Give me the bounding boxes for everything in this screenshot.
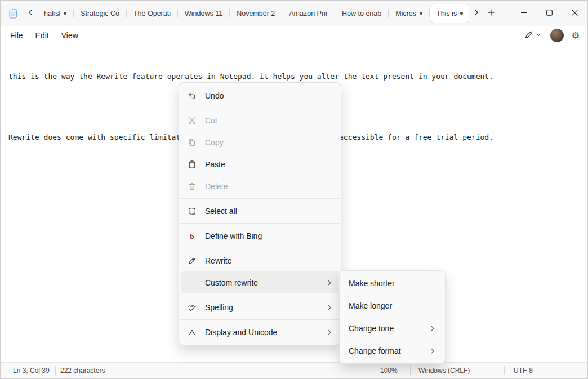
rewrite-ai-button[interactable] bbox=[521, 28, 545, 43]
tab-windows-11[interactable]: Windows 11 bbox=[179, 4, 229, 23]
select-all-icon bbox=[187, 206, 197, 216]
delete-icon bbox=[187, 181, 197, 191]
submenu-item-make-longer[interactable]: Make longer bbox=[342, 295, 443, 317]
chevron-down-icon bbox=[536, 31, 541, 39]
context-menu-item-display-and-unicode[interactable]: Display and Unicode bbox=[181, 321, 338, 343]
spelling-icon: ABC bbox=[187, 302, 197, 313]
status-character-count: 222 characters bbox=[56, 363, 371, 378]
tab-the-operati[interactable]: The Operati bbox=[127, 4, 177, 23]
submenu-item-label: Make longer bbox=[349, 301, 392, 310]
menu-item-label: Undo bbox=[205, 91, 224, 100]
menu-item-label: Delete bbox=[205, 182, 228, 191]
menu-separator bbox=[180, 248, 340, 248]
status-line-ending: Windows (CRLF) bbox=[411, 363, 504, 378]
tab-micros[interactable]: Micros bbox=[389, 4, 429, 23]
submenu-item-make-shorter[interactable]: Make shorter bbox=[342, 272, 443, 295]
bing-icon: b bbox=[187, 231, 197, 241]
tab-this-is-active[interactable]: This is bbox=[430, 4, 469, 23]
menu-edit[interactable]: Edit bbox=[29, 28, 55, 43]
chevron-right-icon bbox=[326, 279, 333, 286]
context-menu-item-spelling[interactable]: ABC Spelling bbox=[181, 296, 338, 318]
maximize-icon bbox=[546, 9, 553, 17]
context-menu-item-delete[interactable]: Delete bbox=[181, 175, 338, 197]
account-avatar[interactable] bbox=[550, 29, 564, 42]
paste-icon bbox=[187, 159, 197, 170]
chevron-right-icon bbox=[429, 347, 436, 354]
context-menu-item-select-all[interactable]: Select all bbox=[181, 200, 338, 222]
tab-how-to-enab[interactable]: How to enab bbox=[336, 4, 387, 23]
context-menu-item-rewrite[interactable]: Rewrite bbox=[181, 249, 338, 271]
chevron-right-icon bbox=[326, 304, 333, 311]
context-menu-item-define-with-bing[interactable]: b Define with Bing bbox=[181, 225, 338, 247]
line-ending-text: Windows (CRLF) bbox=[418, 367, 470, 374]
tab-scroll-left-button[interactable] bbox=[23, 6, 38, 21]
copy-icon bbox=[187, 137, 197, 148]
new-tab-button[interactable] bbox=[484, 6, 498, 21]
pen-sparkle-icon bbox=[524, 30, 534, 41]
blank-icon-spacer bbox=[187, 278, 197, 288]
minimize-button[interactable] bbox=[511, 1, 537, 26]
window-controls bbox=[511, 1, 587, 26]
context-menu-item-paste[interactable]: Paste bbox=[181, 153, 338, 175]
custom-rewrite-submenu: Make shorter Make longer Change tone Cha… bbox=[339, 270, 446, 364]
status-cursor-position: Ln 3, Col 39 bbox=[1, 363, 55, 378]
status-bar: Ln 3, Col 39 222 characters 100% Windows… bbox=[1, 362, 587, 378]
context-menu-item-custom-rewrite[interactable]: Custom rewrite bbox=[181, 271, 338, 293]
plus-icon bbox=[488, 9, 495, 17]
submenu-item-label: Change format bbox=[349, 346, 401, 355]
tab-haksl[interactable]: haksl bbox=[38, 4, 73, 23]
tab-label: This is bbox=[436, 10, 457, 17]
tab-strategic[interactable]: Strategic Co bbox=[74, 4, 126, 23]
encoding-text: UTF-8 bbox=[514, 367, 533, 374]
unsaved-indicator-dot bbox=[420, 12, 422, 15]
menu-item-label: Define with Bing bbox=[205, 231, 262, 240]
menu-view[interactable]: View bbox=[55, 28, 84, 43]
context-menu-item-undo[interactable]: Undo bbox=[181, 84, 338, 106]
zoom-level-text: 100% bbox=[380, 367, 398, 374]
tab-november[interactable]: November 2 bbox=[230, 4, 281, 23]
menubar-right-controls: ⚙ bbox=[521, 26, 582, 44]
menu-file[interactable]: File bbox=[4, 28, 29, 43]
close-button[interactable] bbox=[562, 1, 587, 26]
menu-item-label: Rewrite bbox=[205, 256, 231, 265]
tab-label: Micros bbox=[395, 10, 416, 17]
submenu-item-change-format[interactable]: Change format bbox=[342, 340, 443, 362]
menu-separator bbox=[180, 319, 340, 320]
tab-amazon[interactable]: Amazon Prir bbox=[283, 4, 334, 23]
tab-scroll-right-button[interactable] bbox=[469, 6, 484, 21]
context-menu: Undo Cut Copy Paste Delete bbox=[179, 82, 341, 345]
tab-separator bbox=[388, 9, 389, 17]
context-menu-item-cut[interactable]: Cut bbox=[181, 109, 338, 131]
tab-strip: haksl Strategic Co The Operati Windows 1… bbox=[38, 4, 469, 23]
tab-separator bbox=[229, 9, 230, 17]
tab-separator bbox=[126, 9, 127, 17]
tab-label: Amazon Prir bbox=[289, 10, 328, 17]
document-line: this is the way the Rewrite feature oper… bbox=[8, 72, 580, 82]
unsaved-indicator-dot bbox=[64, 12, 66, 15]
cut-icon bbox=[187, 115, 197, 126]
cursor-position-text: Ln 3, Col 39 bbox=[13, 367, 50, 374]
tab-bar: haksl Strategic Co The Operati Windows 1… bbox=[1, 1, 587, 26]
menu-item-label: Custom rewrite bbox=[205, 278, 258, 287]
menu-item-label: Select all bbox=[205, 207, 237, 216]
gear-icon: ⚙ bbox=[572, 30, 580, 40]
context-menu-item-copy[interactable]: Copy bbox=[181, 131, 338, 153]
notepad-app-icon bbox=[6, 7, 20, 20]
menu-separator bbox=[180, 108, 340, 108]
tab-separator bbox=[73, 9, 74, 17]
character-count-text: 222 characters bbox=[60, 367, 105, 374]
display-unicode-icon bbox=[187, 327, 197, 337]
tab-label: November 2 bbox=[237, 10, 275, 17]
submenu-item-change-tone[interactable]: Change tone bbox=[342, 317, 443, 340]
rewrite-icon bbox=[187, 256, 197, 266]
svg-text:b: b bbox=[190, 231, 194, 240]
menu-item-label: Display and Unicode bbox=[205, 328, 277, 337]
chevron-right-icon bbox=[326, 329, 333, 336]
tab-separator bbox=[335, 9, 335, 17]
menu-item-label: Copy bbox=[205, 138, 224, 147]
status-encoding: UTF-8 bbox=[505, 363, 587, 378]
maximize-button[interactable] bbox=[537, 1, 562, 26]
menu-separator bbox=[180, 198, 340, 199]
settings-button[interactable]: ⚙ bbox=[569, 30, 582, 41]
notepad-window: haksl Strategic Co The Operati Windows 1… bbox=[0, 0, 588, 379]
